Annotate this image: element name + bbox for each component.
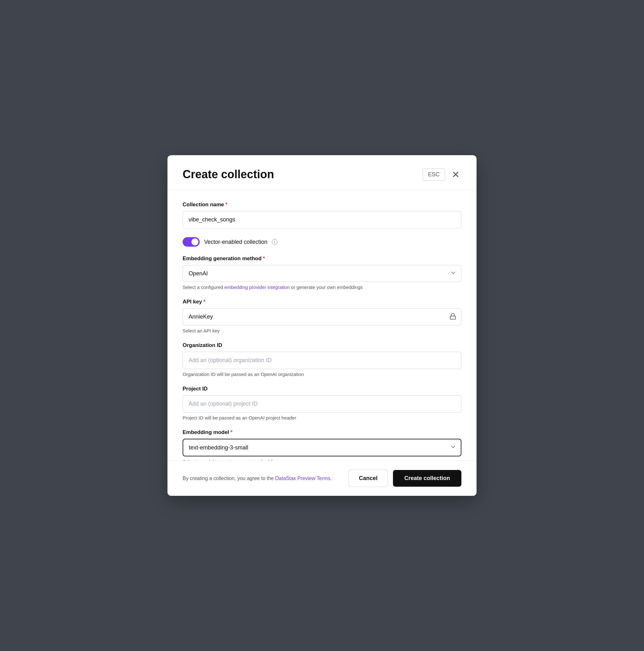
esc-badge: ESC xyxy=(423,168,445,181)
embedding-method-label: Embedding generation method* xyxy=(183,255,461,262)
create-collection-button[interactable]: Create collection xyxy=(393,470,461,487)
organization-id-input[interactable] xyxy=(183,352,461,369)
embedding-method-group: Embedding generation method* OpenAI Hugg… xyxy=(183,255,461,290)
project-id-group: Project ID Project ID will be passed as … xyxy=(183,386,461,421)
modal-overlay: Create collection ESC Collection name* xyxy=(0,0,644,651)
toggle-slider xyxy=(183,237,200,247)
header-actions: ESC xyxy=(423,168,461,181)
project-id-label: Project ID xyxy=(183,386,461,392)
api-key-wrapper xyxy=(183,308,461,326)
close-button[interactable] xyxy=(450,169,461,180)
collection-name-label: Collection name* xyxy=(183,202,461,208)
required-star-4: * xyxy=(230,429,233,436)
organization-id-group: Organization ID Organization ID will be … xyxy=(183,342,461,377)
project-id-hint: Project ID will be passed as an OpenAI p… xyxy=(183,415,461,421)
vector-toggle-label: Vector-enabled collection xyxy=(204,239,268,245)
api-key-hint: Select an API key xyxy=(183,328,461,333)
footer-actions: Cancel Create collection xyxy=(348,470,461,487)
embedding-method-hint: Select a configured embedding provider i… xyxy=(183,284,461,290)
embedding-model-select-wrapper: text-embedding-3-small text-embedding-3-… xyxy=(183,439,461,456)
api-key-group: API key* Select an API key xyxy=(183,299,461,333)
embedding-method-select[interactable]: OpenAI Hugging Face Custom xyxy=(183,265,461,282)
modal-title: Create collection xyxy=(183,168,274,181)
required-star-2: * xyxy=(263,255,265,262)
svg-rect-2 xyxy=(450,316,456,319)
create-collection-modal: Create collection ESC Collection name* xyxy=(167,155,477,496)
cancel-button[interactable]: Cancel xyxy=(348,470,388,487)
embedding-model-group: Embedding model* text-embedding-3-small … xyxy=(183,429,461,461)
footer-terms: By creating a collection, you agree to t… xyxy=(183,476,332,481)
required-star-3: * xyxy=(203,299,205,305)
embedding-method-select-wrapper: OpenAI Hugging Face Custom xyxy=(183,265,461,282)
modal-footer: By creating a collection, you agree to t… xyxy=(167,461,477,496)
required-star: * xyxy=(225,202,227,208)
terms-link[interactable]: DataStax Preview Terms xyxy=(275,476,331,481)
collection-name-group: Collection name* xyxy=(183,202,461,228)
api-key-input[interactable] xyxy=(183,308,461,326)
api-key-label: API key* xyxy=(183,299,461,305)
organization-id-hint: Organization ID will be passed as an Ope… xyxy=(183,372,461,377)
project-id-input[interactable] xyxy=(183,395,461,412)
collection-name-input[interactable] xyxy=(183,211,461,228)
modal-header: Create collection ESC xyxy=(167,155,477,190)
embedding-model-select[interactable]: text-embedding-3-small text-embedding-3-… xyxy=(183,439,461,456)
lock-icon xyxy=(450,313,456,321)
organization-id-label: Organization ID xyxy=(183,342,461,348)
close-icon xyxy=(451,170,460,179)
embedding-provider-link[interactable]: embedding provider integration xyxy=(224,284,290,290)
embedding-model-label: Embedding model* xyxy=(183,429,461,436)
modal-body: Collection name* Vector-enabled collecti… xyxy=(167,190,477,461)
vector-toggle-row: Vector-enabled collection i xyxy=(183,237,461,247)
vector-toggle[interactable] xyxy=(183,237,200,247)
vector-info-icon[interactable]: i xyxy=(272,239,278,245)
